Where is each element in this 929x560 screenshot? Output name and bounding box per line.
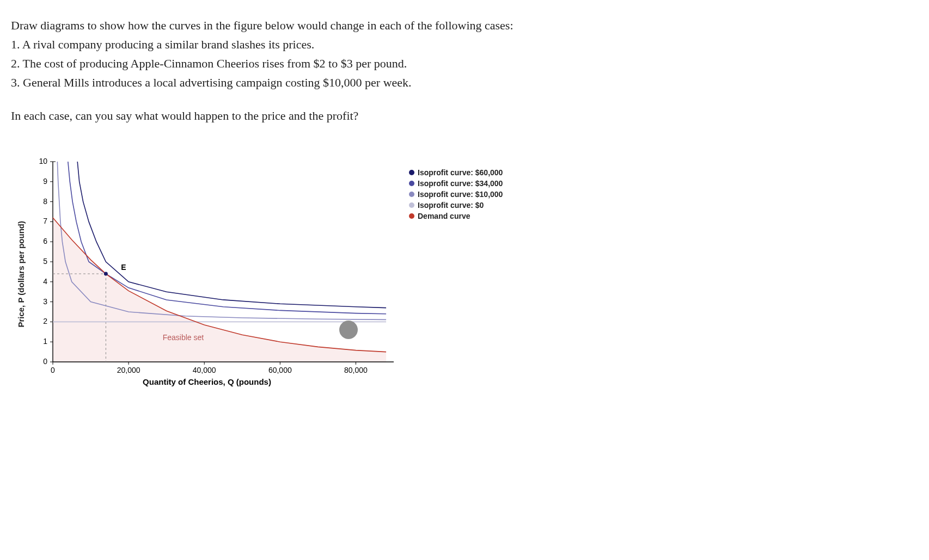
y-tick-label: 5 [43, 257, 47, 266]
series-isoprofit-curve-60-000 [77, 162, 386, 308]
y-tick-label: 10 [39, 157, 47, 165]
y-tick-label: 4 [43, 277, 47, 286]
annotation-feasible: Feasible set [163, 333, 204, 342]
question-item-3: 3. General Mills introduces a local adve… [11, 73, 610, 91]
x-tick-label: 80,000 [344, 366, 368, 374]
legend: Isoprofit curve: $60,000Isoprofit curve:… [409, 168, 503, 223]
y-tick-label: 9 [43, 177, 47, 186]
figure: Price, P (dollars per pound) 01234567891… [16, 157, 918, 391]
legend-item: Demand curve [409, 212, 503, 220]
legend-dot [409, 192, 414, 197]
y-tick-label: 2 [43, 317, 47, 325]
question-item-2: 2. The cost of producing Apple-Cinnamon … [11, 54, 610, 72]
legend-label: Demand curve [418, 212, 470, 220]
legend-item: Isoprofit curve: $34,000 [409, 179, 503, 188]
legend-item: Isoprofit curve: $10,000 [409, 190, 503, 199]
y-tick-label: 0 [43, 357, 47, 366]
economics-chart: 012345678910020,00040,00060,00080,000Qua… [28, 157, 398, 391]
chart-area: Price, P (dollars per pound) 01234567891… [16, 157, 398, 391]
question-followup: In each case, can you say what would hap… [11, 107, 918, 125]
legend-label: Isoprofit curve: $60,000 [418, 168, 503, 177]
legend-label: Isoprofit curve: $10,000 [418, 190, 503, 199]
x-tick-label: 0 [51, 366, 55, 374]
y-tick-label: 3 [43, 297, 47, 306]
question-item-1: 1. A rival company producing a similar b… [11, 35, 610, 53]
legend-dot [409, 202, 414, 208]
y-tick-label: 1 [43, 337, 47, 346]
legend-label: Isoprofit curve: $0 [418, 201, 484, 210]
x-axis-label: Quantity of Cheerios, Q (pounds) [143, 377, 271, 386]
question-intro: Draw diagrams to show how the curves in … [11, 16, 610, 34]
y-tick-label: 6 [43, 237, 47, 245]
legend-dot [409, 181, 414, 186]
legend-dot [409, 213, 414, 219]
legend-label: Isoprofit curve: $34,000 [418, 179, 503, 188]
x-tick-label: 20,000 [117, 366, 140, 374]
question-block: Draw diagrams to show how the curves in … [11, 16, 610, 91]
annotation-e: E [121, 263, 126, 272]
feasible-region [53, 218, 386, 362]
y-axis-label: Price, P (dollars per pound) [16, 221, 26, 328]
drag-handle[interactable] [339, 321, 358, 339]
legend-dot [409, 170, 414, 175]
y-tick-label: 8 [43, 197, 47, 206]
x-tick-label: 60,000 [268, 366, 292, 374]
y-tick-label: 7 [43, 217, 47, 225]
legend-item: Isoprofit curve: $0 [409, 201, 503, 210]
legend-item: Isoprofit curve: $60,000 [409, 168, 503, 177]
x-tick-label: 40,000 [193, 366, 216, 374]
equilibrium-point [104, 272, 108, 276]
